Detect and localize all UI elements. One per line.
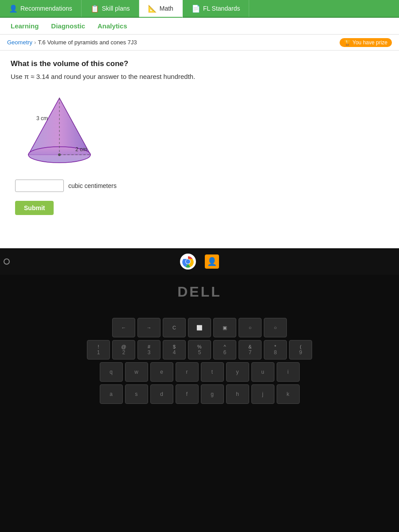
key-k[interactable]: k — [277, 384, 300, 404]
key-7[interactable]: &7 — [239, 340, 262, 360]
keyboard-row-qwerty: q w e r t y u i — [9, 362, 390, 382]
breadcrumb-topic: T.6 Volume of pyramids and cones 7J3 — [38, 39, 137, 46]
answer-input[interactable] — [15, 180, 64, 192]
taskbar: 👤 — [0, 248, 399, 275]
key-9[interactable]: (9 — [289, 340, 312, 360]
key-8[interactable]: *8 — [264, 340, 287, 360]
key-5[interactable]: %5 — [188, 340, 211, 360]
prize-label: You have prize — [352, 39, 387, 46]
question-instruction: Use π ≈ 3.14 and round your answer to th… — [11, 73, 388, 80]
key-w[interactable]: w — [125, 362, 148, 382]
key-3[interactable]: #3 — [137, 340, 160, 360]
user-icon-symbol: 👤 — [207, 257, 217, 266]
key-j[interactable]: j — [251, 384, 274, 404]
submit-button[interactable]: Submit — [15, 201, 54, 215]
key-s[interactable]: s — [125, 384, 148, 404]
svg-text:2 cm: 2 cm — [75, 146, 87, 153]
nav-diagnostic[interactable]: Diagnostic — [45, 22, 91, 30]
key-u[interactable]: u — [251, 362, 274, 382]
svg-point-10 — [186, 259, 190, 264]
dell-logo: DELL — [177, 284, 222, 300]
answer-row: cubic centimeters — [15, 180, 388, 192]
cone-diagram: 3 cm 2 cm — [15, 89, 104, 169]
breadcrumb-separator: › — [34, 39, 36, 46]
key-brightness-up[interactable]: ○ — [264, 318, 287, 337]
key-a[interactable]: a — [100, 384, 123, 404]
nav-analytics[interactable]: Analytics — [91, 22, 133, 30]
key-fullscreen[interactable]: ▣ — [213, 318, 236, 337]
key-brightness-down[interactable]: ○ — [239, 318, 262, 337]
app-area: 👤 Recommendations 📋 Skill plans 📐 Math 📄… — [0, 0, 399, 248]
key-g[interactable]: g — [201, 384, 224, 404]
unit-label: cubic centimeters — [68, 182, 117, 189]
key-q[interactable]: q — [100, 362, 123, 382]
cone-diagram-area: 3 cm 2 cm — [15, 89, 388, 169]
tab-skill-plans-label: Skill plans — [102, 5, 130, 12]
prize-badge: 🏆 You have prize — [340, 38, 392, 47]
key-d[interactable]: d — [150, 384, 173, 404]
tab-math-label: Math — [160, 5, 173, 12]
section-header: Learning Diagnostic Analytics — [0, 18, 399, 35]
breadcrumb-bar: Geometry › T.6 Volume of pyramids and co… — [0, 35, 399, 51]
skill-plans-icon: 📋 — [90, 4, 99, 13]
question-title: What is the volume of this cone? — [11, 59, 388, 68]
key-e[interactable]: e — [150, 362, 173, 382]
nav-learning[interactable]: Learning — [4, 22, 45, 30]
user-icon[interactable]: 👤 — [205, 254, 219, 269]
recommendations-icon: 👤 — [9, 4, 18, 13]
breadcrumb: Geometry › T.6 Volume of pyramids and co… — [7, 39, 137, 46]
tab-recommendations-label: Recommendations — [20, 5, 72, 12]
key-4[interactable]: $4 — [163, 340, 186, 360]
keyboard-area: ← → C ⬜ ▣ ○ ○ !1 @2 #3 $4 %5 ^6 &7 *8 (9… — [0, 313, 399, 408]
breadcrumb-geometry[interactable]: Geometry — [7, 39, 32, 46]
prize-icon: 🏆 — [344, 39, 351, 46]
key-forward[interactable]: → — [137, 318, 160, 337]
key-1[interactable]: !1 — [87, 340, 110, 360]
key-2[interactable]: @2 — [112, 340, 135, 360]
svg-point-5 — [58, 153, 61, 156]
key-back[interactable]: ← — [112, 318, 135, 337]
chrome-icon[interactable] — [180, 254, 196, 270]
tab-skill-plans[interactable]: 📋 Skill plans — [82, 0, 139, 17]
keyboard-row-numbers: !1 @2 #3 $4 %5 ^6 &7 *8 (9 — [9, 340, 390, 360]
tab-math[interactable]: 📐 Math — [139, 0, 183, 18]
tab-recommendations[interactable]: 👤 Recommendations — [0, 0, 82, 17]
key-refresh[interactable]: C — [163, 318, 186, 337]
key-overview[interactable]: ⬜ — [188, 318, 211, 337]
tab-fl-standards[interactable]: 📄 FL Standards — [183, 0, 250, 17]
fl-standards-icon: 📄 — [192, 4, 200, 13]
key-f[interactable]: f — [176, 384, 199, 404]
math-icon: 📐 — [148, 4, 157, 13]
key-t[interactable]: t — [201, 362, 224, 382]
circle-indicator — [4, 258, 10, 265]
key-r[interactable]: r — [176, 362, 199, 382]
svg-text:3 cm: 3 cm — [36, 115, 48, 121]
dell-screen: DELL ← → C ⬜ ▣ ○ ○ !1 @2 #3 $4 %5 ^6 &7 … — [0, 275, 399, 532]
key-h[interactable]: h — [226, 384, 249, 404]
top-nav: 👤 Recommendations 📋 Skill plans 📐 Math 📄… — [0, 0, 399, 18]
tab-fl-standards-label: FL Standards — [203, 5, 240, 12]
key-y[interactable]: y — [226, 362, 249, 382]
key-i[interactable]: i — [277, 362, 300, 382]
keyboard-row-fn: ← → C ⬜ ▣ ○ ○ — [9, 318, 390, 337]
key-6[interactable]: ^6 — [213, 340, 236, 360]
main-content: What is the volume of this cone? Use π ≈… — [0, 51, 399, 248]
keyboard-row-asdf: a s d f g h j k — [9, 384, 390, 404]
